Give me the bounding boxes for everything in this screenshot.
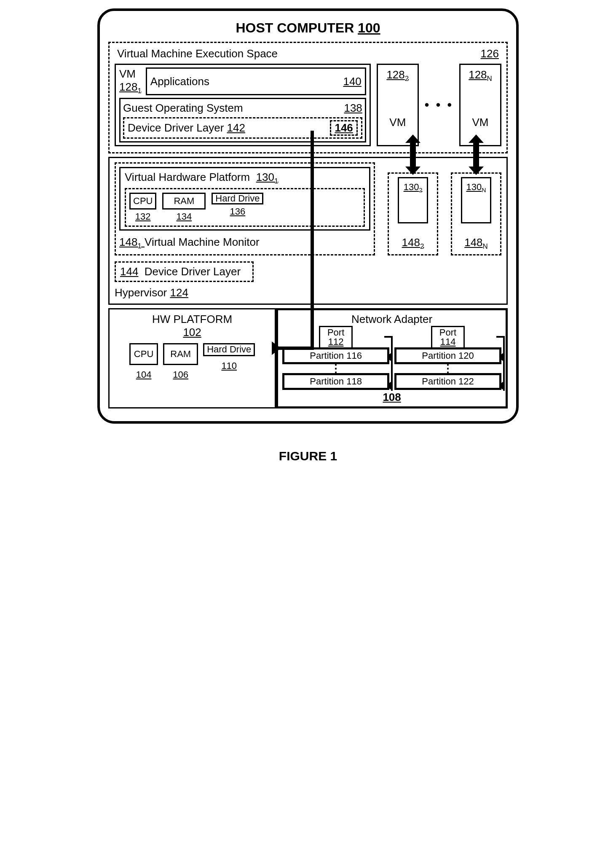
guest-os-box: Guest Operating System 138 Device Driver… bbox=[119, 98, 366, 142]
partition-122: Partition 122 bbox=[394, 373, 501, 390]
hd-box: Hard Drive bbox=[203, 343, 255, 356]
ddl142-label: Device Driver Layer 142 bbox=[128, 121, 245, 134]
device-driver-layer-144: 144 Device Driver Layer bbox=[115, 261, 254, 282]
vram-box: RAM bbox=[162, 193, 206, 210]
gos-ref: 138 bbox=[344, 102, 362, 115]
vcpu-ref: 132 bbox=[129, 211, 156, 222]
vm-1: VM 1281 Applications 140 Guest Operating… bbox=[115, 64, 371, 146]
vmm2-ref: 1482 bbox=[402, 236, 424, 251]
double-arrow-icon bbox=[410, 142, 416, 167]
vdots-icon bbox=[282, 364, 389, 373]
device-driver-layer-142: Device Driver Layer 142 146 bbox=[123, 117, 362, 139]
vhp-2: 1302 bbox=[398, 177, 428, 223]
vm1-ref: 1281 bbox=[119, 81, 142, 95]
exec-space-label: Virtual Machine Execution Space bbox=[117, 47, 278, 60]
vm-exec-space: Virtual Machine Execution Space 126 VM 1… bbox=[108, 42, 508, 153]
vmm-2: 1302 1482 bbox=[388, 172, 438, 255]
port-112: Port112 bbox=[319, 326, 353, 349]
hw-layer: HW PLATFORM 102 CPU 104 RAM 106 Hard Dri… bbox=[108, 308, 508, 408]
vhd-ref: 136 bbox=[212, 206, 263, 217]
ram-box: RAM bbox=[163, 343, 198, 365]
applications-box: Applications 140 bbox=[146, 67, 366, 95]
vm2-label: VM bbox=[389, 116, 406, 129]
vhpN-ref: 130N bbox=[466, 182, 486, 193]
vmN-ref: 128N bbox=[469, 68, 492, 83]
vhw-components: CPU 132 RAM 134 Hard Drive 136 bbox=[125, 188, 365, 227]
vram-ref: 134 bbox=[162, 211, 206, 222]
hw-ref: 102 bbox=[183, 326, 201, 339]
exec-space-ref: 126 bbox=[481, 47, 499, 60]
vm-n: 128N VM bbox=[459, 64, 501, 146]
vmmN-ref: 148N bbox=[464, 236, 488, 251]
hw-label: HW PLATFORM bbox=[152, 313, 232, 325]
ram-ref: 106 bbox=[163, 369, 198, 380]
vm-2: 1282 VM bbox=[377, 64, 419, 146]
vhp-n: 130N bbox=[461, 177, 491, 223]
vm2-ref: 1282 bbox=[386, 68, 409, 83]
hypervisor-ref: 124 bbox=[170, 286, 188, 299]
gos-label: Guest Operating System bbox=[123, 102, 243, 115]
port-114: Port114 bbox=[431, 326, 465, 349]
hd-ref: 110 bbox=[203, 360, 255, 371]
partition-116: Partition 116 bbox=[282, 347, 389, 364]
cpu-ref: 104 bbox=[129, 369, 158, 380]
apps-ref: 140 bbox=[343, 75, 361, 88]
host-computer: HOST COMPUTER 100 Virtual Machine Execut… bbox=[97, 8, 519, 424]
vdots-icon bbox=[394, 364, 501, 373]
vhp2-ref: 1302 bbox=[404, 182, 423, 193]
ddl-item-146: 146 bbox=[330, 120, 357, 136]
hypervisor: Virtual Hardware Platform 1301 CPU 132 R… bbox=[108, 157, 508, 305]
partition-120: Partition 120 bbox=[394, 347, 501, 364]
net-label: Network Adapter bbox=[282, 313, 501, 326]
double-arrow-icon bbox=[473, 142, 479, 167]
vmN-label: VM bbox=[472, 116, 489, 129]
ellipsis-icon: • • • bbox=[425, 98, 453, 112]
vmm-n: 130N 148N bbox=[451, 172, 501, 255]
vcpu-box: CPU bbox=[129, 193, 156, 210]
cpu-box: CPU bbox=[129, 343, 158, 365]
hw-platform: HW PLATFORM 102 CPU 104 RAM 106 Hard Dri… bbox=[108, 308, 276, 408]
page-title: HOST COMPUTER 100 bbox=[108, 20, 508, 36]
vmm-1: Virtual Hardware Platform 1301 CPU 132 R… bbox=[115, 162, 375, 255]
virtual-hw-platform-1: Virtual Hardware Platform 1301 CPU 132 R… bbox=[119, 167, 370, 231]
vhd-box: Hard Drive bbox=[212, 193, 263, 204]
vm1-label: VM bbox=[119, 67, 142, 81]
title-text: HOST COMPUTER bbox=[236, 20, 354, 35]
partition-118: Partition 118 bbox=[282, 373, 389, 390]
vhp-ref: 1301 bbox=[256, 171, 279, 183]
vmm1-label: Virtual Machine Monitor bbox=[145, 236, 260, 248]
vmm1-ref: 1481 bbox=[119, 236, 145, 248]
apps-label: Applications bbox=[150, 75, 209, 88]
hypervisor-label: Hypervisor bbox=[115, 286, 167, 299]
network-adapter: Network Adapter Port112 Partition 116 Pa… bbox=[276, 308, 508, 408]
figure-caption: FIGURE 1 bbox=[279, 449, 337, 463]
net-ref: 108 bbox=[282, 391, 501, 404]
vhp-label: Virtual Hardware Platform bbox=[125, 171, 250, 183]
title-ref: 100 bbox=[358, 20, 380, 35]
